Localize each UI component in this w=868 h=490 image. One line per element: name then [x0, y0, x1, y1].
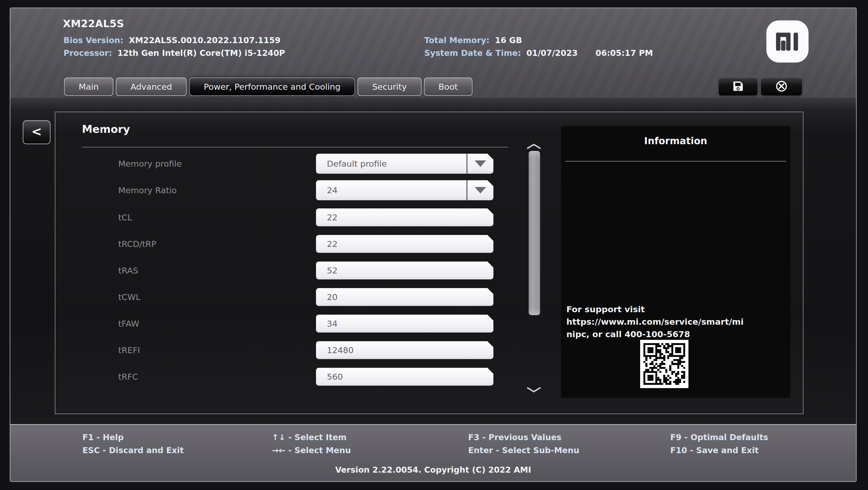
chevron-down-icon	[475, 187, 486, 194]
field-value: 12480	[316, 345, 493, 355]
field-label-memory-profile: Memory profile	[118, 154, 182, 174]
help-entry: ESC - Discard and Exit	[83, 444, 184, 457]
processor-label: Processor:	[63, 48, 112, 58]
input-tcwl[interactable]: 20	[316, 288, 493, 306]
bios-version-row: Bios Version: XM22AL5S.0010.2022.1107.11…	[63, 35, 280, 45]
help-entry: F9 - Optimal Defaults	[670, 431, 768, 444]
dropdown-arrow-button[interactable]	[467, 154, 493, 174]
scrollbar-thumb[interactable]	[529, 151, 540, 315]
scroll-up-button[interactable]	[526, 143, 542, 150]
chevron-down-icon	[526, 389, 542, 394]
qr-code	[640, 340, 688, 388]
exit-button[interactable]	[761, 77, 802, 96]
field-label-tcwl: tCWL	[118, 288, 141, 306]
input-trfc[interactable]: 560	[316, 368, 493, 386]
field-label-trfc: tRFC	[118, 368, 138, 386]
dropdown-memory-ratio[interactable]: 24	[316, 180, 493, 200]
field-label-trefi: tREFI	[118, 341, 140, 359]
field-value: 52	[316, 266, 493, 275]
bios-screen: XM22AL5S Bios Version: XM22AL5S.0010.202…	[10, 8, 857, 482]
dropdown-memory-profile[interactable]: Default profile	[316, 154, 493, 174]
processor-row: Processor: 12th Gen Intel(R) Core(TM) i5…	[63, 48, 285, 58]
chevron-down-icon	[475, 160, 486, 167]
field-value: 24	[316, 185, 467, 195]
circle-x-icon	[775, 79, 788, 94]
system-datetime-row: System Date & Time: 01/07/2023 06:05:17 …	[424, 48, 653, 58]
bios-version-label: Bios Version:	[63, 35, 123, 45]
field-label-trcd-trp: tRCD/tRP	[118, 235, 156, 253]
tab-advanced[interactable]: Advanced	[116, 77, 187, 96]
help-entry: Enter - Select Sub-Menu	[468, 444, 579, 457]
help-entry: →← - Select Menu	[272, 444, 351, 457]
support-line: https://www.mi.com/service/smart/mi	[566, 316, 785, 328]
help-entry: ↑↓ - Select Item	[272, 431, 351, 444]
tab-main[interactable]: Main	[64, 77, 113, 96]
tab-security[interactable]: Security	[358, 77, 421, 96]
input-trefi[interactable]: 12480	[316, 341, 493, 359]
help-entry: F10 - Save and Exit	[670, 444, 768, 457]
input-tcl[interactable]: 22	[316, 208, 493, 226]
mi-logo	[766, 20, 809, 63]
field-label-tfaw: tFAW	[118, 315, 139, 332]
section-title: Memory	[82, 123, 130, 135]
information-divider	[565, 161, 786, 162]
save-icon	[732, 80, 744, 94]
tab-bar: MainAdvancedPower, Performance and Cooli…	[64, 77, 472, 96]
total-memory-label: Total Memory:	[424, 35, 490, 45]
chevron-up-icon	[526, 145, 542, 151]
information-title: Information	[561, 135, 790, 146]
total-memory-row: Total Memory: 16 GB	[424, 35, 522, 45]
input-trcd-trp[interactable]: 22	[316, 235, 493, 253]
support-line: nipc, or call 400-100-5678	[566, 328, 785, 340]
field-label-memory-ratio: Memory Ratio	[118, 180, 177, 200]
dropdown-arrow-button[interactable]	[467, 180, 493, 200]
help-column: F9 - Optimal DefaultsF10 - Save and Exit	[670, 431, 768, 457]
version-text: Version 2.22.0054. Copyright (C) 2022 AM…	[10, 465, 856, 475]
field-value: 560	[316, 372, 493, 382]
system-datetime-label: System Date & Time:	[424, 48, 521, 58]
processor-value: 12th Gen Intel(R) Core(TM) i5-1240P	[118, 48, 285, 58]
field-value: Default profile	[316, 159, 467, 169]
model-name: XM22AL5S	[63, 18, 124, 30]
save-button[interactable]	[718, 77, 758, 96]
field-label-tras: tRAS	[118, 262, 138, 280]
total-memory-value: 16 GB	[495, 35, 522, 45]
help-column: ↑↓ - Select Item→← - Select Menu	[272, 431, 351, 457]
field-label-tcl: tCL	[118, 208, 132, 226]
system-date-value: 01/07/2023	[527, 48, 578, 58]
input-tras[interactable]: 52	[316, 262, 493, 280]
system-time-value: 06:05:17 PM	[596, 48, 653, 58]
field-value: 20	[316, 292, 493, 302]
information-panel: Information For support visithttps://www…	[561, 126, 790, 398]
help-column: F1 - HelpESC - Discard and Exit	[83, 431, 184, 457]
help-entry: F1 - Help	[83, 431, 184, 444]
support-text: For support visithttps://www.mi.com/serv…	[566, 303, 785, 340]
tab-boot[interactable]: Boot	[424, 77, 472, 96]
help-column: F3 - Previous ValuesEnter - Select Sub-M…	[468, 431, 579, 457]
tab-power-performance-and-cooling[interactable]: Power, Performance and Cooling	[189, 77, 355, 96]
section-divider	[82, 147, 508, 148]
help-entry: F3 - Previous Values	[468, 431, 579, 444]
input-tfaw[interactable]: 34	[316, 315, 493, 332]
field-value: 34	[316, 319, 493, 328]
bios-version-value: XM22AL5S.0010.2022.1107.1159	[129, 35, 280, 45]
support-line: For support visit	[566, 303, 785, 316]
back-button[interactable]: <	[23, 120, 51, 144]
field-value: 22	[316, 239, 493, 249]
scroll-down-button[interactable]	[526, 387, 542, 393]
field-value: 22	[316, 213, 493, 222]
